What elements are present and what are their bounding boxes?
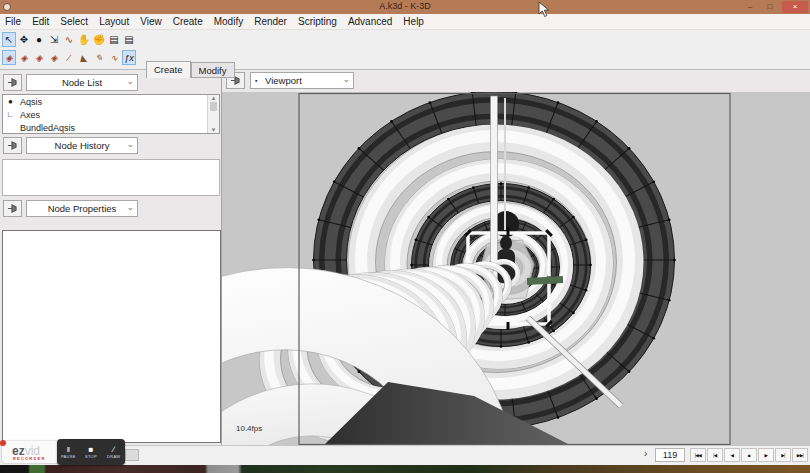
title-bar[interactable]: A.k3d - K-3D – □ × [0, 0, 810, 14]
render-preview-button[interactable]: ▤ [107, 32, 121, 47]
chevron-down-icon: ⌄ [126, 202, 134, 212]
viewport-panel-selector[interactable]: ▪ Viewport ⌄ [250, 72, 354, 89]
node-history-list[interactable] [2, 159, 220, 196]
ezvid-pause-button[interactable]: ‖ PAUSE [58, 445, 79, 459]
scrollbar-thumb[interactable] [210, 102, 217, 111]
stop-button[interactable]: ■ [741, 448, 757, 462]
viewport-3d-canvas[interactable]: Y 10.4fps [222, 92, 810, 445]
panel-title: Node List [62, 77, 102, 88]
viewport-panel-header: ▪ Viewport ⌄ [222, 70, 810, 92]
ezvid-buttons-panel: ‖ PAUSE ■ STOP ∕ DRAW [57, 439, 125, 465]
scroll-up-icon[interactable]: ▲ [208, 95, 219, 101]
rotate-tool-button[interactable]: ● [32, 32, 46, 47]
scroll-down-icon[interactable]: ▼ [208, 127, 219, 133]
node-item-axes[interactable]: ∟ Axes [3, 108, 219, 121]
tool-tabs: Create Modify [146, 61, 235, 78]
tab-create[interactable]: Create [146, 61, 191, 78]
thin-guide-line [504, 98, 506, 230]
menu-create[interactable]: Create [173, 16, 203, 27]
node-history-panel-header: Node History ⌄ [0, 135, 221, 157]
aqsis-sphere-icon: ● [6, 97, 15, 106]
k3d-window: A.k3d - K-3D – □ × File Edit Select Layo… [0, 0, 810, 473]
menu-select[interactable]: Select [60, 16, 88, 27]
menu-advanced[interactable]: Advanced [348, 16, 392, 27]
select-faces-mode-button[interactable]: ◈ [47, 50, 61, 65]
menu-edit[interactable]: Edit [32, 16, 49, 27]
previous-frame-button[interactable]: |◀ [707, 448, 723, 462]
node-item-bundledaqsis[interactable]: BundledAqsis [3, 121, 219, 134]
chevron-down-icon: ⌄ [126, 76, 134, 86]
play-button[interactable]: ▶ [758, 448, 774, 462]
pin-icon [7, 77, 18, 88]
orbit-tool-button[interactable]: ✊ [92, 32, 106, 47]
snap-tool-button[interactable]: ∿ [62, 32, 76, 47]
node-list-panel-selector[interactable]: Node List ⌄ [26, 74, 138, 91]
menu-scripting[interactable]: Scripting [298, 16, 337, 27]
node-properties-panel-header: Node Properties ⌄ [0, 198, 221, 220]
maximize-button[interactable]: □ [762, 1, 778, 13]
node-list-scrollbar[interactable]: ▲ ▼ [207, 95, 219, 133]
pan-tool-button[interactable]: ✋ [77, 32, 91, 47]
record-indicator-icon [0, 440, 6, 446]
move-tool-button[interactable]: ✥ [17, 32, 31, 47]
viewport-3d[interactable]: Y 10.4fps [222, 92, 810, 445]
figure-neck [500, 236, 512, 250]
knife-tool-button[interactable]: ∕ [62, 50, 76, 65]
frame-number-input[interactable]: 119 [655, 448, 685, 462]
select-tool-button[interactable]: ↖ [2, 32, 16, 47]
window-title: A.k3d - K-3D [0, 1, 810, 11]
tab-modify[interactable]: Modify [191, 62, 235, 78]
mouse-cursor [538, 1, 550, 18]
pin-button[interactable] [3, 74, 22, 91]
timeline-expander[interactable]: › [644, 448, 647, 459]
node-list-rows: ● Aqsis ∟ Axes BundledAqsis [3, 95, 219, 134]
ezvid-subtitle: RECORDER [13, 456, 46, 461]
minimize-button[interactable]: – [742, 1, 758, 13]
ezvid-draw-button[interactable]: ∕ DRAW [103, 445, 124, 459]
pin-button[interactable] [3, 137, 22, 154]
render-frame-button[interactable]: ▤ [122, 32, 136, 47]
menu-help[interactable]: Help [403, 16, 424, 27]
menu-file[interactable]: File [5, 16, 21, 27]
reverse-play-button[interactable]: ◀ [724, 448, 740, 462]
function-tool-button[interactable]: ƒx [122, 50, 136, 65]
pin-icon [7, 140, 18, 151]
fast-forward-button[interactable]: ▶▶| [792, 448, 808, 462]
transport-controls: |◀◀ |◀ ◀ ■ ▶ ▶| ▶▶| [690, 448, 808, 462]
scale-tool-button[interactable]: ⇲ [47, 32, 61, 47]
chevron-down-icon: ⌄ [342, 74, 350, 84]
toolbar-row-modes: ◈ ◈ ◈ ◈ ∕ ◣ ✎ ∿ ƒx [2, 50, 136, 65]
node-properties-panel-selector[interactable]: Node Properties ⌄ [26, 200, 138, 217]
select-points-mode-button[interactable]: ◈ [17, 50, 31, 65]
windows-taskbar[interactable] [0, 465, 810, 473]
viewport-icon: ▪ [255, 77, 257, 84]
select-nodes-mode-button[interactable]: ◈ [2, 50, 16, 65]
fps-counter: 10.4fps [236, 424, 262, 433]
curves-tool-button[interactable]: ∿ [107, 50, 121, 65]
node-history-panel-selector[interactable]: Node History ⌄ [26, 137, 138, 154]
sidebar: Node List ⌄ ● Aqsis ∟ Axes [0, 70, 222, 445]
vertical-pole [491, 96, 498, 288]
rewind-button[interactable]: |◀◀ [690, 448, 706, 462]
menu-modify[interactable]: Modify [214, 16, 243, 27]
node-list[interactable]: ● Aqsis ∟ Axes BundledAqsis ▲ [2, 94, 220, 134]
menu-layout[interactable]: Layout [99, 16, 129, 27]
timeline-scrubber[interactable] [125, 449, 139, 461]
next-frame-button[interactable]: ▶| [775, 448, 791, 462]
panel-title: Viewport [265, 75, 302, 86]
pin-button[interactable] [3, 200, 22, 217]
close-button[interactable]: × [782, 1, 808, 13]
pin-icon [7, 203, 18, 214]
chevron-down-icon: ⌄ [126, 139, 134, 149]
node-properties-area[interactable] [2, 230, 221, 443]
toolbar: ↖ ✥ ● ⇲ ∿ ✋ ✊ ▤ ▤ ◈ ◈ [0, 30, 810, 70]
select-lines-mode-button[interactable]: ◈ [32, 50, 46, 65]
y-axis-label: Y [553, 261, 559, 270]
ezvid-stop-button[interactable]: ■ STOP [80, 445, 101, 459]
menu-render[interactable]: Render [254, 16, 287, 27]
paint-tool-button[interactable]: ✎ [92, 50, 106, 65]
panel-title: Node Properties [48, 203, 117, 214]
bevel-tool-button[interactable]: ◣ [77, 50, 91, 65]
menu-view[interactable]: View [140, 16, 162, 27]
node-item-aqsis[interactable]: ● Aqsis [3, 95, 219, 108]
